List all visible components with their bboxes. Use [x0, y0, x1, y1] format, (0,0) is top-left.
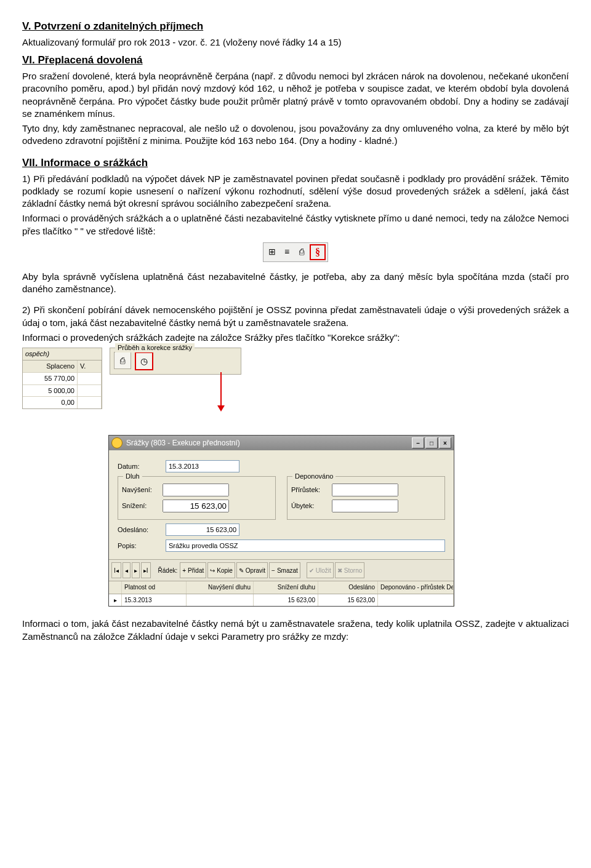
minimize-button[interactable]: –: [412, 437, 424, 448]
dialog-title: Srážky (803 - Exekuce přednostní): [126, 438, 240, 448]
col-v: V.: [78, 360, 102, 372]
cell-splaceno-1: 5 000,00: [23, 385, 78, 397]
red-arrow: [220, 372, 222, 409]
clip-icon[interactable]: ⎙: [295, 245, 308, 259]
input-prirustek[interactable]: [332, 484, 398, 496]
dialog-footbar: I◂ ◂ ▸ ▸I Řádek: +Přidat ↪Kopie ✎Opravit…: [109, 559, 454, 581]
left-grid: Splaceno V. 55 770,00 5 000,00 0,00: [22, 360, 102, 409]
input-ubytek[interactable]: [332, 500, 398, 512]
paragraph-icon[interactable]: §: [310, 244, 326, 260]
storno-button[interactable]: ✖Storno: [335, 562, 364, 578]
gh-snizeni: Snížení dluhu: [254, 581, 318, 594]
dialog-titlebar: Srážky (803 - Exekuce přednostní) – □ ×: [109, 436, 454, 450]
maximize-button[interactable]: □: [425, 437, 438, 448]
label-datum: Datum:: [118, 462, 166, 471]
nav-prev-button[interactable]: ◂: [123, 562, 131, 578]
label-ubytek: Úbytek:: [291, 501, 332, 511]
label-radek: Řádek:: [158, 567, 178, 575]
label-navyseni: Navýšení:: [122, 485, 163, 495]
gc-odeslano: 15 623,00: [318, 594, 378, 607]
input-navyseni[interactable]: [163, 484, 229, 496]
gc-marker: ▸: [109, 594, 122, 607]
gh-marker: [109, 581, 122, 594]
label-popis: Popis:: [118, 541, 166, 551]
bottom-grid: Platnost od Navýšení dluhu Snížení dluhu…: [109, 581, 454, 606]
korekce-srazky-button[interactable]: ◷: [135, 352, 153, 370]
grid-row[interactable]: ▸ 15.3.2013 15 623,00 15 623,00: [109, 594, 454, 607]
legend-dluh: Dluh: [123, 472, 142, 481]
label-odeslano: Odesláno:: [118, 525, 166, 535]
label-prirustek: Přírůstek:: [291, 485, 332, 495]
section-vii-end: Informaci o tom, jaká část nezabavitelné…: [22, 618, 569, 643]
section-vii-heading: VII. Informace o srážkách: [22, 156, 569, 170]
cell-splaceno-0: 55 770,00: [23, 373, 78, 384]
section-vii-p3: 2) Při skončení pobírání dávek nemocensk…: [22, 304, 569, 329]
input-datum[interactable]: [166, 460, 239, 472]
app-icon: [111, 437, 123, 448]
input-popis[interactable]: [166, 540, 445, 552]
gc-snizeni: 15 623,00: [254, 594, 318, 607]
input-odeslano[interactable]: [166, 524, 239, 536]
list-icon[interactable]: ≡: [280, 245, 294, 259]
legend-deponovano: Deponováno: [292, 472, 336, 481]
section-v-heading: V. Potvrzení o zdanitelných příjmech: [22, 20, 569, 34]
opravit-button[interactable]: ✎Opravit: [236, 562, 268, 578]
label-snizeni: Snížení:: [122, 501, 163, 511]
gh-navyseni: Navýšení dluhu: [187, 581, 254, 594]
pridat-button[interactable]: +Přidat: [180, 562, 206, 578]
gh-deponovano: Deponováno - přírůstek De.: [378, 581, 454, 594]
section-vii-p1: 1) Při předávání podkladů na výpočet dáv…: [22, 173, 569, 210]
grid-icon[interactable]: ⊞: [265, 245, 279, 259]
section-vi-body2: Tyto dny, kdy zaměstnanec nepracoval, al…: [22, 122, 569, 148]
left-frag-head: ospěch): [22, 348, 102, 360]
toolbar-1: ⊞ ≡ ⎙ §: [22, 242, 569, 262]
section-vii-p1b: Informaci o prováděných srážkách a o upl…: [22, 212, 569, 237]
close-button[interactable]: ×: [439, 437, 451, 448]
cell-splaceno-2: 0,00: [23, 397, 78, 408]
input-snizeni[interactable]: [163, 500, 229, 512]
section-vii-p2: Aby byla správně vyčíslena uplatněná čás…: [22, 271, 569, 296]
ulozit-button[interactable]: ✔Uložit: [307, 562, 334, 578]
gh-platnost: Platnost od: [122, 581, 187, 594]
col-splaceno: Splaceno: [23, 360, 78, 372]
section-vi-body1: Pro sražení dovolené, která byla neopráv…: [22, 70, 569, 120]
section-vi-heading: VI. Přeplacená dovolená: [22, 54, 569, 68]
nav-next-button[interactable]: ▸: [132, 562, 140, 578]
section-vii-p3b: Informaci o provedených srážkách zadejte…: [22, 332, 569, 344]
nav-first-button[interactable]: I◂: [111, 562, 121, 578]
print-button[interactable]: ⎙: [114, 352, 131, 369]
gc-platnost: 15.3.2013: [122, 594, 187, 607]
dialog-srazky: Srážky (803 - Exekuce přednostní) – □ × …: [108, 435, 454, 607]
fieldset-legend-korekce: Průběh a korekce srážky: [115, 343, 195, 352]
screenshot-srazky: ospěch) Splaceno V. 55 770,00 5 000,00 0…: [22, 348, 569, 607]
gc-deponovano: [378, 594, 454, 607]
kopie-button[interactable]: ↪Kopie: [207, 562, 235, 578]
gc-navyseni: [187, 594, 254, 607]
nav-last-button[interactable]: ▸I: [141, 562, 151, 578]
gh-odeslano: Odesláno: [318, 581, 378, 594]
smazat-button[interactable]: −Smazat: [269, 562, 300, 578]
section-v-text: Aktualizovaný formulář pro rok 2013 - vz…: [22, 36, 569, 49]
